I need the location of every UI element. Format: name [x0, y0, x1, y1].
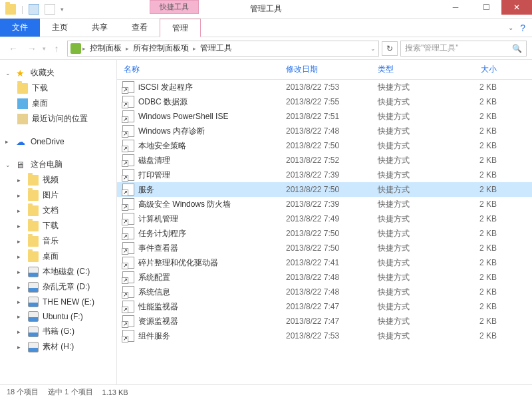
expand-icon[interactable]: ▸ — [17, 284, 24, 291]
expand-icon[interactable]: ▸ — [5, 138, 12, 145]
sidebar-item[interactable]: ▸下载 — [3, 218, 114, 233]
sidebar-item[interactable]: ▸素材 (H:) — [3, 339, 114, 354]
sidebar-item[interactable]: ▸THE NEW (E:) — [3, 295, 114, 309]
file-row[interactable]: 碎片整理和优化驱动器 2013/8/22 7:41 快捷方式 2 KB — [117, 255, 532, 270]
file-type: 快捷方式 — [378, 140, 454, 152]
file-row[interactable]: 资源监视器 2013/8/22 7:47 快捷方式 2 KB — [117, 314, 532, 329]
sidebar-item[interactable]: ▸音乐 — [3, 233, 114, 249]
file-row[interactable]: 性能监视器 2013/8/22 7:47 快捷方式 2 KB — [117, 299, 532, 314]
file-row[interactable]: 高级安全 Windows 防火墙 2013/8/22 7:39 快捷方式 2 K… — [117, 197, 532, 211]
expand-icon[interactable]: ▸ — [17, 253, 24, 260]
file-row[interactable]: 系统配置 2013/8/22 7:48 快捷方式 2 KB — [117, 270, 532, 285]
breadcrumb[interactable]: ▸ 控制面板 ▸ 所有控制面板项 ▸ 管理工具 ⌄ — [67, 41, 379, 57]
expand-icon[interactable]: ▸ — [17, 192, 24, 199]
file-row[interactable]: Windows PowerShell ISE 2013/8/22 7:51 快捷… — [117, 109, 532, 124]
item-count: 18 个项目 — [7, 387, 39, 397]
sidebar-item[interactable]: ▸文档 — [3, 203, 114, 218]
file-name: 本地安全策略 — [138, 140, 286, 152]
file-row[interactable]: 本地安全策略 2013/8/22 7:50 快捷方式 2 KB — [117, 138, 532, 153]
help-icon[interactable]: ? — [520, 23, 525, 33]
shortcut-icon — [122, 125, 134, 137]
file-date: 2013/8/22 7:53 — [286, 82, 378, 92]
back-button[interactable]: ← — [5, 41, 21, 57]
sidebar-item[interactable]: ▸Ubuntu (F:) — [3, 309, 114, 324]
breadcrumb-item[interactable]: 控制面板 — [87, 43, 124, 54]
file-date: 2013/8/22 7:50 — [286, 243, 378, 253]
expand-icon[interactable]: ▸ — [17, 329, 24, 335]
window-title: 管理工具 — [250, 3, 282, 15]
drive-icon — [28, 311, 39, 322]
file-row[interactable]: 事件查看器 2013/8/22 7:50 快捷方式 2 KB — [117, 241, 532, 255]
tab-manage[interactable]: 管理 — [160, 19, 201, 37]
expand-icon[interactable]: ▸ — [17, 238, 24, 245]
expand-icon[interactable]: ▸ — [17, 299, 24, 305]
tab-view[interactable]: 查看 — [120, 19, 160, 37]
file-row[interactable]: 计算机管理 2013/8/22 7:49 快捷方式 2 KB — [117, 211, 532, 226]
sidebar-favorites[interactable]: ⌄ ★ 收藏夹 — [3, 65, 114, 80]
file-row[interactable]: 磁盘清理 2013/8/22 7:52 快捷方式 2 KB — [117, 153, 532, 168]
expand-icon[interactable]: ▸ — [17, 223, 24, 229]
up-button[interactable]: ↑ — [49, 41, 65, 57]
column-name[interactable]: 名称 — [117, 64, 286, 75]
dropdown-icon[interactable]: ▾ — [61, 6, 64, 13]
sidebar-item[interactable]: ▸图片 — [3, 188, 114, 203]
recent-icon — [17, 114, 28, 124]
sidebar-thispc[interactable]: ⌄ 🖥 这台电脑 — [3, 157, 114, 172]
properties-icon[interactable] — [29, 4, 39, 15]
file-row[interactable]: 服务 2013/8/22 7:50 快捷方式 2 KB — [117, 182, 532, 197]
breadcrumb-dropdown-icon[interactable]: ⌄ — [370, 45, 376, 52]
history-dropdown-icon[interactable]: ▾ — [43, 45, 46, 52]
file-name: 磁盘清理 — [138, 155, 286, 166]
tab-share[interactable]: 共享 — [80, 19, 120, 37]
collapse-icon[interactable]: ⌄ — [5, 70, 12, 76]
sidebar-onedrive[interactable]: ▸ ☁ OneDrive — [3, 134, 114, 149]
file-row[interactable]: ODBC 数据源 2013/8/22 7:55 快捷方式 2 KB — [117, 94, 532, 109]
breadcrumb-item[interactable]: 管理工具 — [198, 43, 235, 54]
shortcut-icon — [122, 81, 134, 93]
forward-button[interactable]: → — [24, 41, 40, 57]
ribbon-expand-icon[interactable]: ⌄ — [508, 24, 513, 31]
expand-icon[interactable]: ▸ — [17, 207, 24, 214]
expand-icon[interactable]: ▸ — [17, 269, 24, 275]
file-name: 计算机管理 — [138, 213, 286, 225]
file-row[interactable]: Windows 内存诊断 2013/8/22 7:48 快捷方式 2 KB — [117, 124, 532, 138]
new-folder-icon[interactable] — [45, 4, 55, 15]
expand-icon[interactable]: ▸ — [17, 344, 24, 350]
file-row[interactable]: 系统信息 2013/8/22 7:48 快捷方式 2 KB — [117, 285, 532, 299]
refresh-button[interactable]: ↻ — [382, 41, 398, 56]
column-type[interactable]: 类型 — [378, 64, 454, 75]
file-name: 碎片整理和优化驱动器 — [138, 257, 286, 269]
sidebar-item[interactable]: ▸本地磁盘 (C:) — [3, 264, 114, 279]
breadcrumb-item[interactable]: 所有控制面板项 — [130, 43, 192, 54]
column-size[interactable]: 大小 — [454, 64, 507, 75]
file-tab[interactable]: 文件 — [0, 19, 40, 37]
sidebar-item[interactable]: 下载 — [3, 80, 114, 96]
sidebar-item[interactable]: ▸杂乱无章 (D:) — [3, 279, 114, 295]
file-row[interactable]: iSCSI 发起程序 2013/8/22 7:53 快捷方式 2 KB — [117, 80, 532, 94]
expand-icon[interactable]: ▸ — [17, 313, 24, 320]
tab-home[interactable]: 主页 — [40, 19, 80, 37]
file-row[interactable]: 任务计划程序 2013/8/22 7:50 快捷方式 2 KB — [117, 226, 532, 241]
sidebar-item[interactable]: ▸书籍 (G:) — [3, 324, 114, 339]
search-input[interactable]: 搜索"管理工具" 🔍 — [400, 41, 527, 57]
expand-icon[interactable]: ▸ — [17, 177, 24, 184]
file-list-view: 名称 修改日期 类型 大小 iSCSI 发起程序 2013/8/22 7:53 … — [117, 60, 532, 384]
file-name: 组件服务 — [138, 331, 286, 342]
file-name: 服务 — [138, 184, 286, 196]
file-date: 2013/8/22 7:53 — [286, 331, 378, 340]
sidebar-item[interactable]: 最近访问的位置 — [3, 111, 114, 126]
collapse-icon[interactable]: ⌄ — [5, 162, 12, 168]
minimize-button[interactable]: ─ — [440, 0, 471, 15]
file-row[interactable]: 组件服务 2013/8/22 7:53 快捷方式 2 KB — [117, 329, 532, 343]
close-button[interactable]: ✕ — [501, 0, 532, 15]
sidebar-item[interactable]: 桌面 — [3, 96, 114, 111]
maximize-button[interactable]: ☐ — [471, 0, 501, 15]
shortcut-icon — [122, 213, 134, 225]
file-row[interactable]: 打印管理 2013/8/22 7:39 快捷方式 2 KB — [117, 168, 532, 182]
folder-icon — [28, 221, 39, 231]
navigation-bar: ← → ▾ ↑ ▸ 控制面板 ▸ 所有控制面板项 ▸ 管理工具 ⌄ ↻ 搜索"管… — [0, 37, 532, 60]
column-date[interactable]: 修改日期 — [286, 64, 378, 75]
ribbon-tabs: 文件 主页 共享 查看 管理 ⌄ ? — [0, 19, 532, 37]
sidebar-item[interactable]: ▸视频 — [3, 172, 114, 188]
sidebar-item[interactable]: ▸桌面 — [3, 249, 114, 264]
